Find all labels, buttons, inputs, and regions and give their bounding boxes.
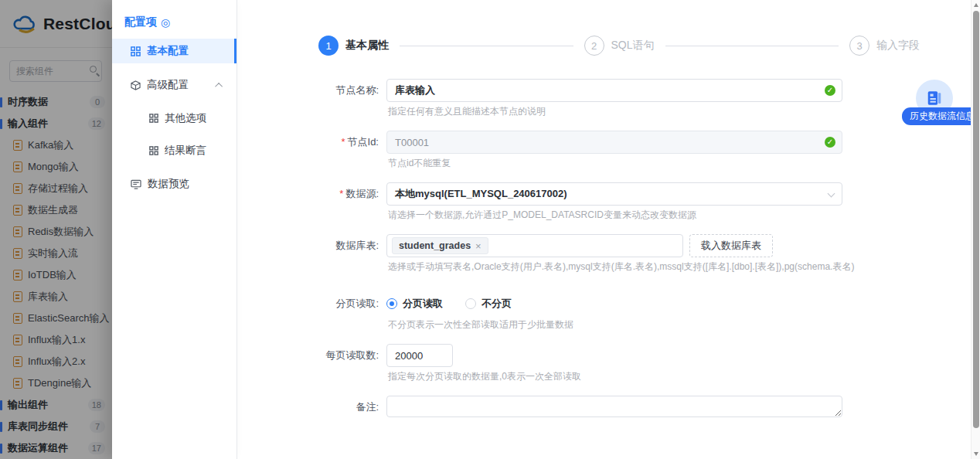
menu-item-advanced-config[interactable]: 高级配置 (112, 73, 236, 97)
load-db-tables-button[interactable]: 载入数据库表 (689, 234, 773, 257)
paging-label: 分页读取: (238, 292, 386, 339)
table-tag: student_grades × (392, 237, 488, 254)
wizard-step-sql[interactable]: 2 SQL语句 (584, 36, 655, 56)
grid-icon (131, 46, 141, 56)
node-id-input[interactable] (386, 131, 842, 154)
step-connector (400, 46, 573, 46)
step-number: 1 (318, 36, 339, 56)
config-drawer: 配置项 ◎ 基本配置 高级配置 (112, 0, 237, 459)
required-asterisk: * (339, 188, 343, 199)
page-size-input[interactable] (386, 344, 453, 367)
close-icon[interactable]: × (475, 240, 481, 252)
step-number: 2 (584, 36, 604, 56)
app-window: RestCloud 时序数据 0 输入组件 12 Kafka输入 (0, 0, 980, 459)
paging-hint: 不分页表示一次性全部读取适用于少批量数据 (388, 318, 573, 332)
history-flow-label[interactable]: 历史数据流信息 (902, 107, 980, 125)
menu-item-result-assertion[interactable]: 结果断言 (112, 139, 236, 162)
db-table-hint: 选择或手动填写表名,Oracle支持(用户.表名),mysql支持(库名.表名)… (388, 260, 854, 274)
paging-radio-selected[interactable] (386, 298, 397, 309)
no-paging-radio[interactable] (465, 298, 476, 309)
step-wizard: 1 基本属性 2 SQL语句 3 输入字段 (318, 36, 920, 56)
node-name-hint: 指定任何有意义且能描述本节点的说明 (388, 105, 842, 118)
vertical-scrollbar[interactable] (971, 0, 980, 459)
drawer-mask[interactable] (0, 0, 112, 459)
node-config-form: 节点名称: ✓ 指定任何有意义且能描述本节点的说明 *节点Id: ✓ 节点id不… (238, 79, 971, 420)
preview-icon (131, 179, 141, 189)
cube-icon (131, 80, 141, 90)
page-size-hint: 指定每次分页读取的数据量,0表示一次全部读取 (388, 370, 581, 383)
remark-label: 备注: (238, 396, 386, 420)
menu-item-other-options[interactable]: 其他选项 (112, 107, 236, 130)
step-connector (665, 46, 839, 46)
node-name-label: 节点名称: (238, 79, 386, 126)
main-content: 1 基本属性 2 SQL语句 3 输入字段 节点名称: ✓ 指定任何有意义 (238, 0, 971, 459)
datasource-select[interactable]: 本地mysql(ETL_MYSQL_240617002) (386, 182, 842, 206)
datasource-label: *数据源: (238, 182, 386, 230)
menu-item-data-preview[interactable]: 数据预览 (112, 172, 236, 196)
wizard-step-input-fields[interactable]: 3 输入字段 (849, 36, 920, 56)
remark-textarea[interactable] (386, 396, 842, 417)
menu-item-basic-config[interactable]: 基本配置 (112, 39, 236, 63)
scrollbar-thumb[interactable] (973, 11, 979, 428)
node-id-label: *节点Id: (238, 131, 386, 178)
wizard-step-basic[interactable]: 1 基本属性 (318, 36, 389, 56)
history-flow-icon (926, 90, 943, 107)
db-table-label: 数据库表: (238, 234, 386, 281)
check-icon: ✓ (825, 85, 835, 96)
datasource-hint: 请选择一个数据源,允许通过P_MODEL_DATASRCID变量来动态改变数据源 (388, 209, 842, 222)
step-number: 3 (849, 36, 869, 56)
node-id-hint: 节点id不能重复 (388, 157, 842, 170)
grid-icon (149, 146, 158, 155)
grid-icon (149, 114, 158, 123)
check-icon: ✓ (825, 137, 835, 148)
db-table-tag-input[interactable]: student_grades × (386, 234, 683, 257)
scroll-up-icon[interactable] (974, 3, 978, 7)
page-size-label: 每页读取数: (238, 344, 386, 391)
config-panel-title: 配置项 ◎ (112, 0, 236, 39)
target-icon: ◎ (161, 17, 170, 28)
node-name-input[interactable] (386, 79, 842, 102)
chevron-up-icon[interactable] (215, 82, 223, 90)
required-asterisk: * (341, 136, 345, 148)
scroll-down-icon[interactable] (974, 452, 978, 456)
